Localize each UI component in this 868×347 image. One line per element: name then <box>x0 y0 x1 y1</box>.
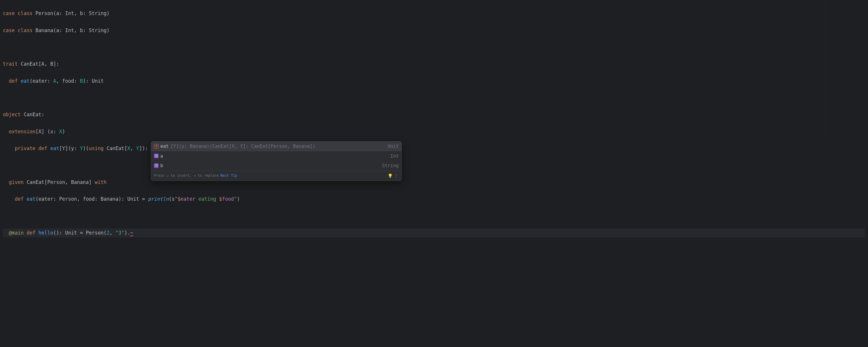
completion-item[interactable]: ⓥ a Int <box>151 151 402 161</box>
error-marker: ~ <box>130 230 133 236</box>
completion-footer: Press ↵ to insert, ⇥ to replace Next Tip… <box>151 170 402 181</box>
code-line: given CanEat[Person, Banana] with <box>3 178 865 187</box>
method-icon: f <box>154 144 159 149</box>
footer-hint: Press ↵ to insert, ⇥ to replace <box>154 173 219 179</box>
more-icon[interactable]: ⋮ <box>394 172 399 179</box>
code-line: def eat(eater: A, food: B): Unit <box>3 76 865 86</box>
code-line: object CanEat: <box>3 110 865 119</box>
completion-return-type: Unit <box>388 143 399 150</box>
field-icon: ⓥ <box>154 163 159 168</box>
field-icon: ⓥ <box>154 154 159 158</box>
code-line-current: @main def hello(): Unit = Person(2, "3")… <box>3 228 865 238</box>
completion-item[interactable]: ⓥ b String <box>151 161 402 170</box>
completion-item[interactable]: f eat[Y](y: Banana)(CanEat[X, Y]: CanEat… <box>151 141 402 151</box>
completion-return-type: String <box>382 162 399 169</box>
code-line: trait CanEat[A, B]: <box>3 60 865 68</box>
code-line <box>3 161 865 170</box>
code-line: def eat(eater: Person, food: Banana): Un… <box>3 195 865 203</box>
completion-signature: [Y](y: Banana)(CanEat[X, Y]: CanEat[Pers… <box>170 143 315 150</box>
completion-label: eat <box>160 143 169 150</box>
completion-popup: f eat[Y](y: Banana)(CanEat[X, Y]: CanEat… <box>151 141 402 181</box>
next-tip-link[interactable]: Next Tip <box>220 173 237 179</box>
bulb-icon[interactable]: 💡 <box>388 172 393 179</box>
code-line <box>3 43 865 52</box>
code-line <box>3 212 865 221</box>
code-editor[interactable]: case class Person(a: Int, b: String) cas… <box>0 0 868 246</box>
code-line: case class Banana(a: Int, b: String) <box>3 26 865 35</box>
code-line <box>3 93 865 102</box>
code-line: private def eat[Y](y: Y)(using CanEat[X,… <box>3 144 865 153</box>
code-line: extension[X] (x: X) <box>3 127 865 136</box>
code-line: case class Person(a: Int, b: String) <box>3 9 865 18</box>
completion-label: b <box>160 162 163 169</box>
completion-return-type: Int <box>390 152 399 160</box>
completion-label: a <box>160 152 163 160</box>
